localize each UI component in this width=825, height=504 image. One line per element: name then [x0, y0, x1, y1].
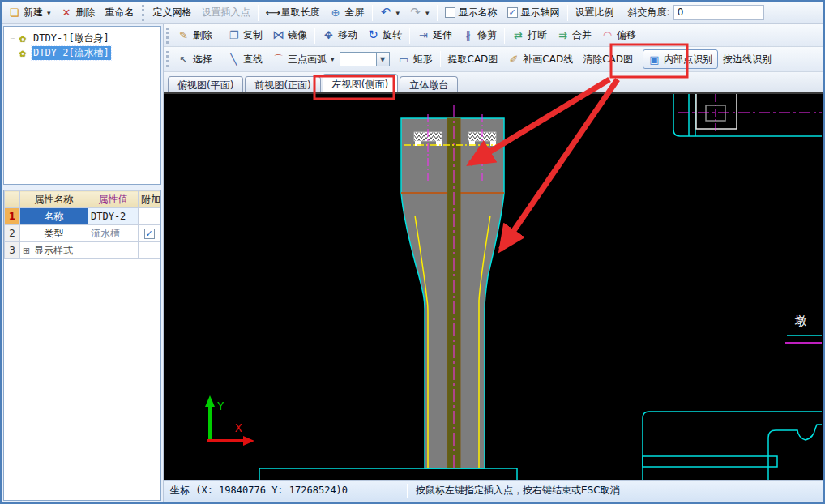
- show-axis-toggle[interactable]: ✓ 显示轴网: [502, 4, 565, 22]
- tree-item-dtdy2[interactable]: ┈ ✿ DTDY-2[流水槽]: [6, 45, 159, 60]
- rotate-button[interactable]: ↻ 旋转: [362, 27, 407, 45]
- extra-checkbox[interactable]: ✓: [144, 229, 155, 239]
- fullscreen-icon: ⊕: [330, 7, 342, 18]
- by-edge-label: 按边线识别: [723, 53, 772, 66]
- new-dropdown-caret[interactable]: ▾: [47, 9, 51, 17]
- erase-button[interactable]: ✎ 删除: [173, 27, 217, 45]
- row-number-header: [5, 191, 20, 208]
- merge-button[interactable]: ⇉ 合并: [552, 27, 596, 45]
- tab-left-view[interactable]: 左视图(侧面): [323, 74, 398, 92]
- arc3-button[interactable]: ⌒ 三点画弧 ▾: [267, 50, 340, 68]
- internal-point-label: 内部点识别: [664, 53, 712, 66]
- by-edge-button[interactable]: 按边线识别: [718, 50, 776, 68]
- skew-angle-input[interactable]: 0: [673, 5, 764, 20]
- layer-combobox[interactable]: ▼: [340, 52, 390, 66]
- pier-text-label: 墩: [794, 314, 807, 328]
- internal-point-button[interactable]: ▣ 内部点识别: [643, 49, 718, 69]
- adjacent-drawing-bottom: [643, 412, 822, 480]
- edge-annotation: 墩: [785, 314, 822, 343]
- tree-item-dtdy1[interactable]: ┈ ✿ DTDY-1[墩台身]: [6, 31, 159, 45]
- show-name-toggle[interactable]: 显示名称: [440, 4, 502, 22]
- component-tree: ┈ ✿ DTDY-1[墩台身] ┈ ✿ DTDY-2[流水槽]: [3, 26, 161, 185]
- select-icon: ↖: [177, 54, 190, 65]
- select-label: 选择: [193, 53, 212, 66]
- rename-button-label: 重命名: [105, 6, 135, 19]
- tree-connector: ┈: [11, 49, 14, 58]
- mirror-button[interactable]: ⋈ 镜像: [267, 27, 312, 45]
- property-row-type[interactable]: 2 类型 流水槽 ✓: [5, 225, 160, 242]
- property-grid: 属性名称 属性值 附加 1 名称 DTDY-2 2 类型 流水槽 ✓: [3, 190, 161, 501]
- main-area: ┈ ✿ DTDY-1[墩台身] ┈ ✿ DTDY-2[流水槽] 属性名称 属性值: [2, 24, 823, 502]
- toolbar-grip: [166, 51, 169, 67]
- line-icon: ╲: [228, 54, 240, 65]
- expand-icon[interactable]: ⊞: [23, 246, 32, 256]
- break-button[interactable]: ⇄ 打断: [507, 27, 552, 45]
- prop-name-cell[interactable]: 类型: [20, 225, 88, 242]
- show-name-checkbox[interactable]: [445, 7, 455, 18]
- new-button[interactable]: ❏ 新建 ▾: [3, 4, 56, 22]
- property-row-display-style[interactable]: 3 ⊞显示样式: [5, 242, 160, 259]
- erase-label: 删除: [193, 28, 212, 42]
- prop-extra-cell[interactable]: [139, 242, 160, 259]
- copy-button[interactable]: ❐ 复制: [223, 27, 267, 45]
- prop-name-text: 显示样式: [34, 245, 73, 256]
- rotate-label: 旋转: [383, 28, 402, 42]
- patch-cad-button[interactable]: ✐ 补画CAD线: [502, 50, 578, 68]
- cad-drawing: Y X: [164, 94, 822, 480]
- prop-extra-cell[interactable]: [139, 208, 160, 225]
- break-label: 打断: [528, 28, 547, 42]
- tab-front-view[interactable]: 前视图(正面): [245, 76, 320, 92]
- prop-name-cell[interactable]: ⊞显示样式: [20, 242, 88, 259]
- mirror-icon: ⋈: [272, 29, 284, 41]
- select-button[interactable]: ↖ 选择: [173, 50, 217, 68]
- coordinate-readout: 坐标 (X: 19840776 Y: 17268524)0: [164, 484, 407, 498]
- clear-cad-button[interactable]: 清除CAD图: [578, 50, 638, 68]
- rename-button[interactable]: 重命名: [100, 4, 139, 22]
- rotate-icon: ↻: [367, 29, 379, 41]
- redo-button[interactable]: ↷ ▾: [404, 4, 434, 22]
- rect-button[interactable]: ▭ 矩形: [393, 50, 438, 68]
- prop-extra-checkbox[interactable]: ✓: [139, 225, 160, 242]
- define-grid-button[interactable]: 定义网格: [148, 4, 197, 22]
- separator: [567, 5, 568, 21]
- property-row-name[interactable]: 1 名称 DTDY-2: [5, 208, 160, 225]
- set-scale-button[interactable]: 设置比例: [571, 4, 619, 22]
- arc3-dropdown-caret[interactable]: ▾: [331, 55, 335, 63]
- redo-dropdown-caret[interactable]: ▾: [425, 9, 430, 17]
- undo-dropdown-caret[interactable]: ▾: [396, 9, 400, 17]
- tab-top-view[interactable]: 俯视图(平面): [168, 76, 243, 92]
- row-number: 3: [5, 242, 20, 259]
- prop-name-cell[interactable]: 名称: [20, 208, 88, 225]
- copy-label: 复制: [243, 28, 263, 42]
- measure-length-button[interactable]: ⟷ 量取长度: [261, 4, 325, 22]
- set-insert-point-button[interactable]: 设置插入点: [197, 4, 255, 22]
- separator: [437, 5, 438, 21]
- prop-value-cell[interactable]: 流水槽: [88, 225, 139, 242]
- undo-button[interactable]: ↶ ▾: [375, 4, 405, 22]
- cad-canvas[interactable]: Y X: [164, 92, 823, 480]
- move-label: 移动: [338, 28, 357, 42]
- separator: [409, 28, 410, 44]
- undo-icon: ↶: [380, 6, 392, 19]
- trim-button[interactable]: ∦ 修剪: [457, 27, 502, 45]
- fullscreen-button[interactable]: ⊕ 全屏: [325, 4, 370, 22]
- tree-item-label: DTDY-2[流水槽]: [32, 46, 111, 60]
- separator: [504, 28, 505, 44]
- prop-value-cell[interactable]: DTDY-2: [88, 208, 139, 225]
- combobox-value[interactable]: [340, 52, 377, 66]
- internal-point-icon: ▣: [648, 54, 660, 65]
- offset-button[interactable]: ◠ 偏移: [596, 27, 641, 45]
- show-axis-label: 显示轴网: [521, 6, 560, 19]
- combobox-arrow[interactable]: ▼: [377, 52, 390, 66]
- tab-solid-view[interactable]: 立体墩台: [400, 76, 458, 92]
- move-button[interactable]: ✥ 移动: [318, 27, 362, 45]
- extend-button[interactable]: ⇥ 延伸: [412, 27, 457, 45]
- prop-value-cell[interactable]: [88, 242, 139, 259]
- delete-button[interactable]: ✕ 删除: [56, 4, 100, 22]
- show-axis-checkbox[interactable]: ✓: [507, 7, 518, 18]
- separator: [622, 5, 622, 21]
- line-button[interactable]: ╲ 直线: [223, 50, 267, 68]
- extract-cad-button[interactable]: 提取CAD图: [443, 50, 503, 68]
- draw-toolbar: ↖ 选择 ╲ 直线 ⌒ 三点画弧 ▾ ▼ ▭: [164, 47, 823, 72]
- extend-icon: ⇥: [417, 30, 430, 41]
